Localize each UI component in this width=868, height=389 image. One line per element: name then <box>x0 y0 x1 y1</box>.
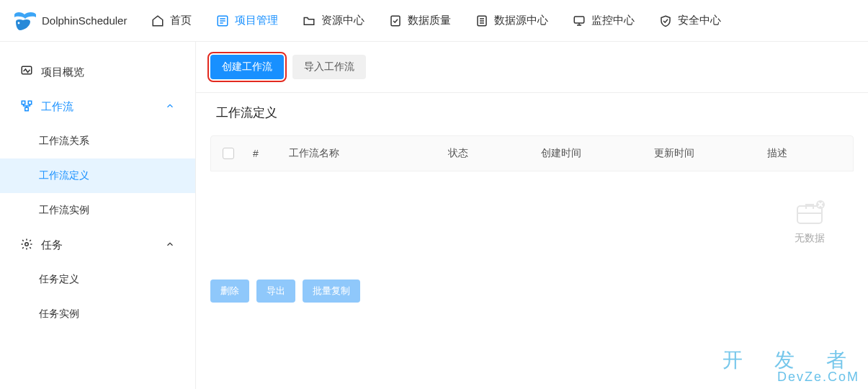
th-create-time: 创建时间 <box>534 147 647 160</box>
sidebar-sub-workflow-relation[interactable]: 工作流关系 <box>0 124 195 158</box>
svg-rect-14 <box>22 101 25 104</box>
nav-label: 监控中心 <box>591 14 635 27</box>
section-title: 工作流定义 <box>196 93 868 135</box>
th-desc: 描述 <box>760 147 853 160</box>
empty-text: 无数据 <box>795 232 825 245</box>
main-layout: 项目概览 工作流 工作流关系 工作流定义 工作流实例 任务 <box>0 42 868 389</box>
sidebar-sub-task-definition[interactable]: 任务定义 <box>0 262 195 297</box>
svg-point-17 <box>25 242 29 246</box>
sidebar-item-label: 任务 <box>41 238 63 252</box>
empty-icon <box>795 199 825 226</box>
sidebar-sub-workflow-instance[interactable]: 工作流实例 <box>0 193 195 228</box>
th-update-time: 更新时间 <box>647 147 760 160</box>
nav-label: 数据源中心 <box>494 14 548 27</box>
brand-logo-icon <box>13 10 37 32</box>
nav-monitor[interactable]: 监控中心 <box>573 14 635 27</box>
chevron-up-icon <box>165 101 175 113</box>
nav-project[interactable]: 项目管理 <box>216 14 278 27</box>
brand-name: DolphinScheduler <box>42 14 127 27</box>
svg-rect-15 <box>28 101 32 104</box>
sidebar: 项目概览 工作流 工作流关系 工作流定义 工作流实例 任务 <box>0 42 196 389</box>
table: # 工作流名称 状态 创建时间 更新时间 描述 无数据 <box>196 135 868 272</box>
monitor-icon <box>573 14 586 27</box>
sidebar-sub-task-instance[interactable]: 任务实例 <box>0 297 195 331</box>
nav-label: 安全中心 <box>678 14 721 27</box>
nav-label: 数据质量 <box>408 14 451 27</box>
project-icon <box>216 14 229 27</box>
sidebar-sub-workflow-definition[interactable]: 工作流定义 <box>0 158 195 193</box>
toolbar: 创建工作流 导入工作流 <box>196 55 868 92</box>
sidebar-sub-label: 工作流关系 <box>39 135 89 148</box>
sidebar-sub-label: 任务实例 <box>39 308 79 321</box>
folder-icon <box>303 14 316 27</box>
svg-point-0 <box>18 22 20 24</box>
workflow-icon <box>20 99 33 115</box>
th-index: # <box>246 148 282 159</box>
empty-state: 无数据 <box>210 171 854 272</box>
create-workflow-button[interactable]: 创建工作流 <box>210 55 284 79</box>
datasource-icon <box>475 14 488 27</box>
top-nav: DolphinScheduler 首页 项目管理 资源中心 数据质量 数据源中心 <box>0 0 868 42</box>
svg-rect-16 <box>25 107 29 111</box>
overview-icon <box>20 65 33 80</box>
nav-label: 项目管理 <box>235 14 278 27</box>
th-status: 状态 <box>441 147 534 160</box>
svg-rect-5 <box>391 16 400 26</box>
select-all-checkbox[interactable] <box>223 148 234 159</box>
nav-datasource[interactable]: 数据源中心 <box>475 14 548 27</box>
export-button[interactable]: 导出 <box>256 280 295 303</box>
nav-dataquality[interactable]: 数据质量 <box>389 14 451 27</box>
nav-resource[interactable]: 资源中心 <box>303 14 364 27</box>
nav-label: 资源中心 <box>321 14 364 27</box>
svg-rect-18 <box>797 206 822 223</box>
nav-security[interactable]: 安全中心 <box>659 14 721 27</box>
sidebar-item-workflow[interactable]: 工作流 <box>0 89 195 124</box>
gear-icon <box>20 238 33 253</box>
batch-copy-button[interactable]: 批量复制 <box>303 280 360 303</box>
sidebar-sub-label: 工作流定义 <box>39 169 89 182</box>
table-header: # 工作流名称 状态 创建时间 更新时间 描述 <box>210 135 854 171</box>
nav-home[interactable]: 首页 <box>151 14 192 27</box>
nav-label: 首页 <box>170 14 192 27</box>
footer-actions: 删除 导出 批量复制 <box>196 272 868 316</box>
sidebar-sub-label: 工作流实例 <box>39 204 89 217</box>
shield-icon <box>659 14 672 27</box>
sidebar-item-overview[interactable]: 项目概览 <box>0 55 195 89</box>
main-area: 创建工作流 导入工作流 工作流定义 # 工作流名称 状态 创建时间 更新时间 描… <box>196 42 868 389</box>
content-card: 创建工作流 导入工作流 工作流定义 # 工作流名称 状态 创建时间 更新时间 描… <box>196 42 868 389</box>
delete-button[interactable]: 删除 <box>210 280 249 303</box>
chevron-up-icon <box>165 239 175 251</box>
import-workflow-button[interactable]: 导入工作流 <box>292 55 366 79</box>
th-name: 工作流名称 <box>282 147 441 160</box>
sidebar-item-task[interactable]: 任务 <box>0 228 195 262</box>
sidebar-item-label: 项目概览 <box>41 66 84 79</box>
svg-rect-10 <box>575 17 585 23</box>
sidebar-sub-label: 任务定义 <box>39 273 79 286</box>
dataquality-icon <box>389 14 402 27</box>
brand[interactable]: DolphinScheduler <box>13 10 127 32</box>
home-icon <box>151 14 164 27</box>
sidebar-item-label: 工作流 <box>41 100 73 114</box>
